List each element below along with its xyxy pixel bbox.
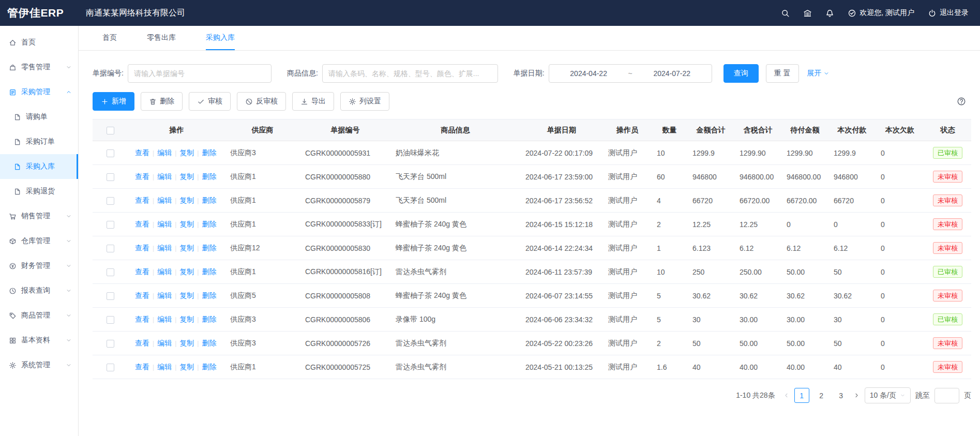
row-action-view[interactable]: 查看 (135, 196, 149, 204)
search-button[interactable]: 查询 (723, 64, 759, 83)
row-action-edit[interactable]: 编辑 (157, 172, 172, 181)
row-action-delete[interactable]: 删除 (202, 148, 216, 157)
row-action-delete[interactable]: 删除 (202, 172, 216, 181)
date-to-value[interactable]: 2024-07-22 (632, 69, 712, 78)
sidebar-item-warehouse[interactable]: 仓库管理 (0, 229, 78, 253)
row-checkbox[interactable] (107, 316, 114, 324)
row-action-delete[interactable]: 删除 (202, 196, 216, 204)
search-icon[interactable] (781, 9, 790, 18)
row-action-delete[interactable]: 删除 (202, 315, 216, 323)
row-action-delete[interactable]: 删除 (202, 267, 216, 276)
row-checkbox[interactable] (107, 173, 114, 181)
product-info-input[interactable] (322, 64, 498, 83)
row-action-view[interactable]: 查看 (135, 315, 149, 323)
row-action-edit[interactable]: 编辑 (157, 363, 172, 371)
row-action-copy[interactable]: 复制 (179, 315, 194, 323)
bill-no-input[interactable] (128, 64, 272, 83)
row-action-view[interactable]: 查看 (135, 339, 149, 347)
page-button-2[interactable]: 2 (814, 388, 829, 403)
unaudit-button[interactable]: 反审核 (237, 92, 286, 111)
row-action-view[interactable]: 查看 (135, 172, 149, 181)
sidebar-item-finance[interactable]: 财务管理 (0, 253, 78, 278)
row-action-copy[interactable]: 复制 (179, 196, 194, 204)
row-action-edit[interactable]: 编辑 (157, 291, 172, 299)
sidebar-item-report[interactable]: 报表查询 (0, 278, 78, 303)
row-action-edit[interactable]: 编辑 (157, 148, 172, 157)
help-icon[interactable] (957, 97, 966, 106)
next-page-button[interactable] (853, 392, 860, 399)
row-action-edit[interactable]: 编辑 (157, 220, 172, 228)
table-body: 查看|编辑|复制|删除供应商3CGRK00000005931奶油味爆米花2024… (93, 141, 971, 379)
row-action-edit[interactable]: 编辑 (157, 315, 172, 323)
tab-purchase-inbound[interactable]: 采购入库 (206, 26, 235, 50)
row-checkbox[interactable] (107, 197, 114, 205)
tab-home[interactable]: 首页 (102, 26, 117, 50)
row-action-view[interactable]: 查看 (135, 220, 149, 228)
audit-button[interactable]: 审核 (189, 92, 231, 111)
sidebar-item-sales[interactable]: 销售管理 (0, 204, 78, 229)
jump-page-input[interactable] (934, 388, 959, 403)
row-action-edit[interactable]: 编辑 (157, 267, 172, 276)
delete-button[interactable]: 删除 (141, 92, 183, 111)
bank-icon[interactable] (803, 9, 812, 18)
row-action-delete[interactable]: 删除 (202, 339, 216, 347)
row-action-delete[interactable]: 删除 (202, 363, 216, 371)
page-button-1[interactable]: 1 (794, 388, 809, 403)
logout-button[interactable]: 退出登录 (928, 8, 969, 18)
row-action-copy[interactable]: 复制 (179, 244, 194, 252)
export-button[interactable]: 导出 (292, 92, 334, 111)
sidebar-item-purchase-request[interactable]: 请购单 (0, 104, 78, 129)
sidebar-item-home[interactable]: 首页 (0, 30, 78, 55)
sidebar-item-purchase-return[interactable]: 采购退货 (0, 179, 78, 204)
cell-supplier: 供应商3 (225, 308, 300, 332)
page-button-3[interactable]: 3 (834, 388, 849, 403)
add-button[interactable]: 新增 (93, 92, 134, 111)
sidebar-item-system[interactable]: 系统管理 (0, 353, 78, 378)
sidebar-item-goods[interactable]: 商品管理 (0, 303, 78, 328)
sidebar-item-retail[interactable]: 零售管理 (0, 55, 78, 80)
row-checkbox[interactable] (107, 221, 114, 229)
sidebar-item-purchase-order[interactable]: 采购订单 (0, 129, 78, 154)
date-from-value[interactable]: 2024-04-22 (549, 69, 628, 78)
row-action-copy[interactable]: 复制 (179, 363, 194, 371)
sidebar-item-basic-data[interactable]: 基本资料 (0, 328, 78, 353)
expand-link[interactable]: 展开 (807, 69, 830, 78)
doc-icon (13, 163, 21, 171)
row-action-view[interactable]: 查看 (135, 244, 149, 252)
row-action-delete[interactable]: 删除 (202, 244, 216, 252)
row-action-copy[interactable]: 复制 (179, 339, 194, 347)
column-settings-button[interactable]: 列设置 (340, 92, 389, 111)
page-size-select[interactable]: 10 条/页 (865, 387, 911, 403)
row-action-edit[interactable]: 编辑 (157, 196, 172, 204)
row-checkbox[interactable] (107, 364, 114, 371)
row-action-copy[interactable]: 复制 (179, 172, 194, 181)
row-action-view[interactable]: 查看 (135, 363, 149, 371)
row-checkbox[interactable] (107, 268, 114, 276)
tab-retail-outbound[interactable]: 零售出库 (147, 26, 176, 50)
row-checkbox[interactable] (107, 340, 114, 348)
select-all-checkbox[interactable] (107, 127, 114, 134)
row-action-copy[interactable]: 复制 (179, 148, 194, 157)
row-action-view[interactable]: 查看 (135, 267, 149, 276)
sidebar-item-purchase-inbound[interactable]: 采购入库 (0, 154, 78, 179)
row-action-copy[interactable]: 复制 (179, 267, 194, 276)
row-action-copy[interactable]: 复制 (179, 291, 194, 299)
row-checkbox[interactable] (107, 245, 114, 252)
row-action-delete[interactable]: 删除 (202, 220, 216, 228)
reset-button[interactable]: 重 置 (766, 64, 799, 83)
sidebar-item-purchase[interactable]: 采购管理 (0, 80, 78, 104)
bell-icon[interactable] (825, 9, 834, 18)
date-range-picker[interactable]: 2024-04-22 ~ 2024-07-22 (549, 64, 712, 83)
row-action-edit[interactable]: 编辑 (157, 244, 172, 252)
cell-supplier: 供应商1 (225, 213, 300, 236)
welcome-user[interactable]: 欢迎您, 测试用户 (848, 8, 914, 18)
row-action-view[interactable]: 查看 (135, 291, 149, 299)
row-action-copy[interactable]: 复制 (179, 220, 194, 228)
row-checkbox[interactable] (107, 292, 114, 300)
row-checkbox[interactable] (107, 149, 114, 157)
row-action-view[interactable]: 查看 (135, 148, 149, 157)
prev-page-button[interactable] (783, 392, 790, 399)
cell-paid: 66720 (828, 189, 876, 213)
row-action-delete[interactable]: 删除 (202, 291, 216, 299)
row-action-edit[interactable]: 编辑 (157, 339, 172, 347)
